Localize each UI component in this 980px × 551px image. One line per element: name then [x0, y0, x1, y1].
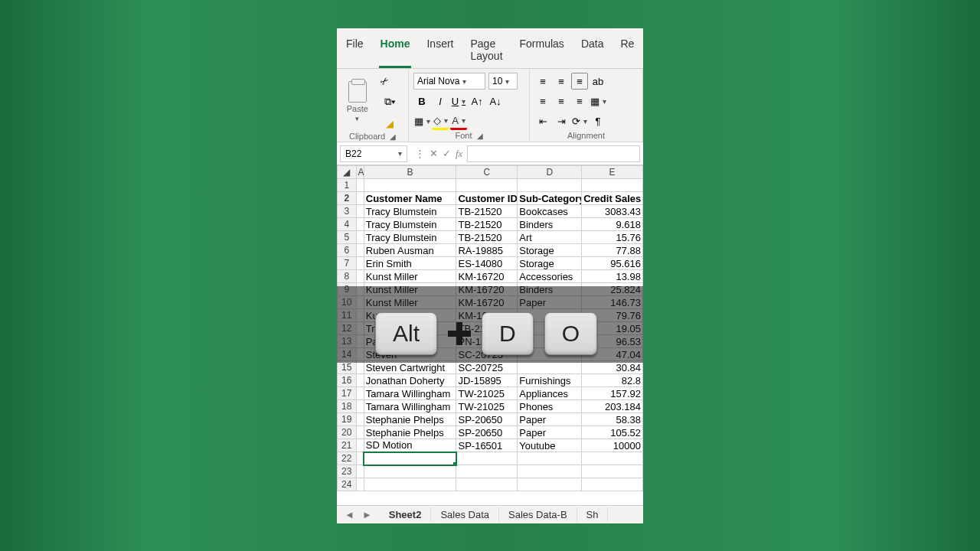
shrink-font-button[interactable]: A↓ — [487, 93, 504, 109]
row-header[interactable]: 19 — [338, 413, 357, 426]
cell[interactable] — [356, 231, 364, 244]
fill-color-button[interactable]: ◇ — [432, 113, 449, 130]
cell[interactable]: Binders — [518, 218, 582, 231]
cell[interactable] — [456, 478, 518, 491]
sheet-next-icon[interactable]: ► — [362, 509, 372, 520]
column-header-C[interactable]: C — [456, 166, 518, 179]
cell[interactable] — [356, 452, 364, 465]
wrap-text-button[interactable]: ab — [590, 73, 606, 90]
font-dialog-launcher[interactable]: ◢ — [477, 132, 483, 140]
row-header[interactable]: 16 — [338, 374, 357, 387]
rtl-button[interactable]: ¶ — [590, 113, 606, 130]
cell[interactable]: 82.8 — [582, 374, 643, 387]
cell[interactable]: 105.52 — [582, 426, 643, 439]
cell[interactable] — [356, 361, 364, 374]
row-header[interactable]: 7 — [338, 257, 357, 270]
menu-tab-re[interactable]: Re — [619, 34, 635, 68]
cell[interactable]: TB-21520 — [456, 231, 518, 244]
name-box[interactable]: B22▾ — [340, 145, 407, 162]
italic-button[interactable]: I — [432, 93, 449, 109]
grow-font-button[interactable]: A↑ — [469, 93, 485, 109]
cell[interactable]: ES-14080 — [456, 257, 518, 270]
cell[interactable]: Erin Smith — [364, 257, 456, 270]
cut-icon[interactable]: ✂ — [378, 69, 402, 93]
row-header[interactable]: 20 — [338, 426, 357, 439]
cell[interactable] — [518, 179, 582, 192]
align-right-button[interactable]: ≡ — [571, 93, 588, 109]
cell[interactable]: SD Motion — [364, 439, 456, 452]
formula-input[interactable] — [467, 145, 640, 162]
align-middle-button[interactable]: ≡ — [553, 73, 570, 90]
merge-button[interactable]: ▦ — [590, 93, 606, 109]
cell[interactable] — [518, 465, 582, 478]
menu-tab-home[interactable]: Home — [379, 34, 412, 68]
align-bottom-button[interactable]: ≡ — [571, 73, 588, 90]
sheet-tab[interactable]: Sales Data-B — [499, 507, 577, 522]
cell[interactable] — [356, 465, 364, 478]
cell[interactable]: Ruben Ausman — [364, 244, 456, 257]
cancel-icon[interactable]: ✕ — [430, 148, 438, 159]
cell[interactable]: Paper — [518, 426, 582, 439]
decrease-indent-button[interactable]: ⇤ — [534, 113, 551, 130]
column-header-B[interactable]: B — [364, 166, 456, 179]
cell[interactable]: Kunst Miller — [364, 270, 456, 283]
cell[interactable] — [356, 257, 364, 270]
align-center-button[interactable]: ≡ — [553, 93, 570, 109]
cell[interactable]: Tamara Willingham — [364, 387, 456, 400]
cell[interactable]: Customer Name — [364, 192, 456, 205]
cell[interactable]: Storage — [518, 244, 582, 257]
cell[interactable] — [364, 452, 456, 465]
cell[interactable]: Tracy Blumstein — [364, 218, 456, 231]
cell[interactable]: Accessories — [518, 270, 582, 283]
row-header[interactable]: 23 — [338, 465, 357, 478]
cell[interactable]: Bookcases — [518, 205, 582, 218]
cell[interactable]: 157.92 — [582, 387, 643, 400]
bold-button[interactable]: B — [413, 93, 430, 109]
cell[interactable] — [356, 179, 364, 192]
copy-icon[interactable]: ⧉▾ — [381, 93, 398, 110]
cell[interactable] — [356, 426, 364, 439]
cell[interactable] — [356, 192, 364, 205]
cell[interactable]: 30.84 — [582, 361, 643, 374]
cell[interactable] — [356, 400, 364, 413]
cell[interactable]: Stephanie Phelps — [364, 426, 456, 439]
cell[interactable] — [356, 270, 364, 283]
cell[interactable]: 15.76 — [582, 231, 643, 244]
cell[interactable]: JD-15895 — [456, 374, 518, 387]
fx-icon[interactable]: fx — [456, 148, 462, 160]
cell[interactable]: Steven Cartwright — [364, 361, 456, 374]
cell[interactable] — [356, 205, 364, 218]
more-icon[interactable]: ⋮ — [415, 148, 425, 159]
cell[interactable] — [364, 179, 456, 192]
cell[interactable]: TB-21520 — [456, 218, 518, 231]
cell[interactable]: 203.184 — [582, 400, 643, 413]
paste-button[interactable]: Paste ▾ — [347, 81, 368, 122]
cell[interactable] — [456, 179, 518, 192]
align-top-button[interactable]: ≡ — [534, 73, 551, 90]
cell[interactable] — [456, 452, 518, 465]
cell[interactable]: 9.618 — [582, 218, 643, 231]
cell[interactable]: Credit Sales — [582, 192, 643, 205]
cell[interactable] — [356, 439, 364, 452]
enter-icon[interactable]: ✓ — [443, 148, 451, 159]
cell[interactable] — [582, 478, 643, 491]
cell[interactable]: Youtube — [518, 439, 582, 452]
row-header[interactable]: 3 — [338, 205, 357, 218]
orientation-button[interactable]: ⟳ — [571, 113, 588, 130]
sheet-tab[interactable]: Sheet2 — [380, 507, 432, 522]
menu-tab-data[interactable]: Data — [580, 34, 606, 68]
cell[interactable] — [518, 478, 582, 491]
cell[interactable] — [582, 179, 643, 192]
row-header[interactable]: 18 — [338, 400, 357, 413]
cell[interactable]: Customer ID — [456, 192, 518, 205]
cell[interactable]: 77.88 — [582, 244, 643, 257]
cell[interactable]: Phones — [518, 400, 582, 413]
cell[interactable] — [456, 465, 518, 478]
select-all-corner[interactable]: ◢ — [338, 166, 357, 179]
cell[interactable]: SP-20650 — [456, 413, 518, 426]
cell[interactable] — [518, 452, 582, 465]
cell[interactable]: Tracy Blumstein — [364, 231, 456, 244]
cell[interactable]: TW-21025 — [456, 400, 518, 413]
cell[interactable]: Storage — [518, 257, 582, 270]
sheet-tab[interactable]: Sh — [577, 507, 609, 522]
